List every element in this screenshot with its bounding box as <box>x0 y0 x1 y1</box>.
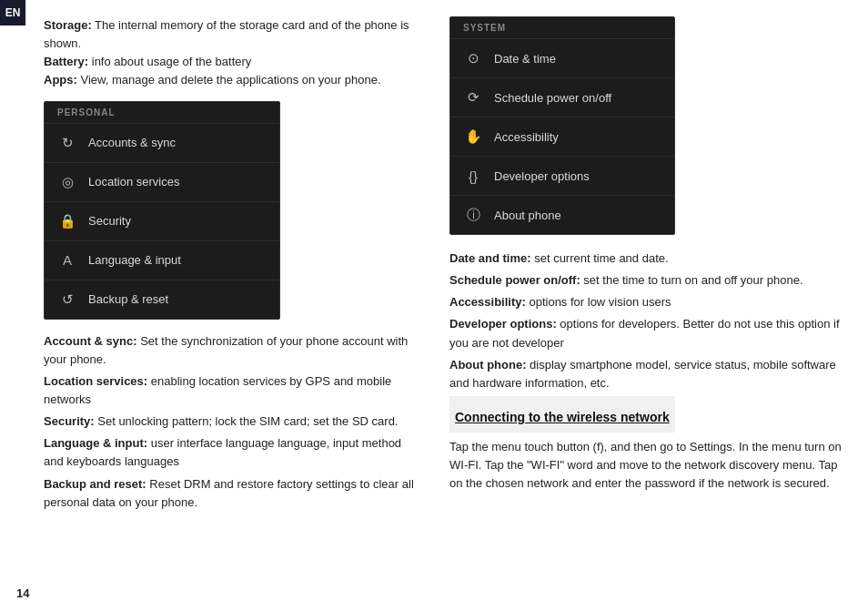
personal-item-icon-0: ↻ <box>57 133 77 153</box>
desc-personal-bold-2: Security: <box>44 414 95 428</box>
system-panel-item-4[interactable]: ⓘAbout phone <box>450 195 674 234</box>
system-panel-item-0[interactable]: ⊙Date & time <box>450 38 674 77</box>
desc-system-bold-4: About phone: <box>449 358 526 372</box>
intro-text: Storage: The internal memory of the stor… <box>44 16 415 90</box>
personal-item-label-3: Language & input <box>88 253 181 267</box>
personal-item-label-0: Accounts & sync <box>88 136 176 149</box>
desc-system-text-2: options for low vision users <box>526 295 671 309</box>
desc-system-bold-0: Date and time: <box>449 251 531 265</box>
apps-text: View, manage and delete the applications… <box>77 73 381 87</box>
desc-personal-2: Security: Set unlocking pattern; lock th… <box>44 412 415 431</box>
desc-personal-0: Account & sync: Set the synchronization … <box>44 332 415 369</box>
desc-system-2: Accessibility: options for low vision us… <box>449 293 852 311</box>
personal-panel-header: PERSONAL <box>45 102 279 123</box>
desc-system-bold-2: Accessibility: <box>449 295 526 309</box>
desc-system-0: Date and time: set current time and date… <box>449 249 852 268</box>
desc-system-4: About phone: display smartphone model, s… <box>449 356 852 392</box>
system-descriptions: Date and time: set current time and date… <box>449 249 852 392</box>
system-item-label-4: About phone <box>494 209 561 222</box>
desc-system-3: Developer options: options for developer… <box>449 315 852 351</box>
system-panel-header: SYSTEM <box>450 17 674 38</box>
system-item-icon-2: ✋ <box>463 127 483 147</box>
desc-personal-3: Language & input: user interface languag… <box>44 434 415 471</box>
system-item-icon-1: ⟳ <box>463 87 483 107</box>
system-panel-item-2[interactable]: ✋Accessibility <box>450 117 674 156</box>
section-heading-wrapper: Connecting to the wireless network <box>449 396 675 433</box>
personal-item-label-1: Location services <box>88 175 179 188</box>
personal-settings-panel: PERSONAL ↻Accounts & sync◎Location servi… <box>44 101 280 320</box>
personal-item-label-4: Backup & reset <box>88 292 168 306</box>
personal-panel-item-0[interactable]: ↻Accounts & sync <box>45 123 279 162</box>
battery-text: info about usage of the battery <box>88 55 251 68</box>
personal-item-icon-1: ◎ <box>57 172 77 192</box>
system-panel-item-3[interactable]: {}Developer options <box>450 156 674 195</box>
desc-system-text-0: set current time and date. <box>531 251 669 265</box>
desc-system-bold-1: Schedule power on/off: <box>449 273 580 287</box>
desc-system-bold-3: Developer options: <box>449 317 557 331</box>
system-item-label-1: Schedule power on/off <box>494 91 611 105</box>
personal-panel-item-4[interactable]: ↺Backup & reset <box>45 280 279 319</box>
system-item-icon-0: ⊙ <box>463 48 483 68</box>
personal-panel-item-1[interactable]: ◎Location services <box>45 162 279 201</box>
desc-personal-bold-0: Account & sync: <box>44 334 137 348</box>
apps-label: Apps: <box>44 73 77 87</box>
system-item-icon-4: ⓘ <box>463 205 483 225</box>
system-item-icon-3: {} <box>463 166 483 186</box>
desc-personal-1: Location services: enabling location ser… <box>44 372 415 409</box>
storage-text: The internal memory of the storage card … <box>44 18 409 50</box>
personal-item-label-2: Security <box>88 214 131 228</box>
system-item-label-2: Accessibility <box>494 130 559 144</box>
system-settings-panel: SYSTEM ⊙Date & time⟳Schedule power on/of… <box>449 16 675 235</box>
section-body: Tap the menu touch button (f), and then … <box>449 438 852 493</box>
personal-panel-item-3[interactable]: ALanguage & input <box>45 240 279 280</box>
right-column: SYSTEM ⊙Date & time⟳Schedule power on/of… <box>437 0 868 611</box>
left-column: EN Storage: The internal memory of the s… <box>0 0 437 611</box>
system-panel-item-1[interactable]: ⟳Schedule power on/off <box>450 77 674 117</box>
page-number: 14 <box>16 586 29 600</box>
desc-personal-4: Backup and reset: Reset DRM and restore … <box>44 475 415 512</box>
personal-item-icon-3: A <box>57 250 77 270</box>
system-item-label-3: Developer options <box>494 169 590 183</box>
desc-personal-bold-3: Language & input: <box>44 436 147 450</box>
desc-personal-text-2: Set unlocking pattern; lock the SIM card… <box>95 414 399 428</box>
section-heading: Connecting to the wireless network <box>455 410 670 424</box>
desc-personal-bold-4: Backup and reset: <box>44 477 146 491</box>
desc-system-1: Schedule power on/off: set the time to t… <box>449 271 852 290</box>
personal-item-icon-4: ↺ <box>57 290 77 310</box>
personal-item-icon-2: 🔒 <box>57 211 77 231</box>
desc-system-text-1: set the time to turn on and off your pho… <box>580 273 803 287</box>
personal-panel-item-2[interactable]: 🔒Security <box>45 201 279 240</box>
language-badge: EN <box>0 0 25 25</box>
battery-label: Battery: <box>44 55 88 68</box>
system-item-label-0: Date & time <box>494 52 556 66</box>
personal-descriptions: Account & sync: Set the synchronization … <box>44 332 415 512</box>
storage-label: Storage: <box>44 18 92 32</box>
desc-personal-bold-1: Location services: <box>44 374 147 388</box>
